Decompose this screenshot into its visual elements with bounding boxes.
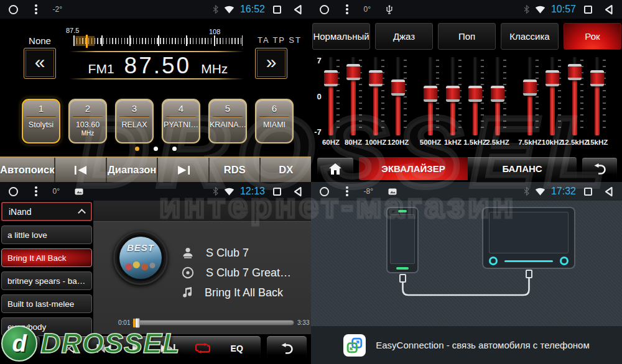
- rds-button[interactable]: RDS: [210, 158, 261, 182]
- seek-up-button[interactable]: »: [255, 48, 287, 79]
- eq-slider-100hz[interactable]: [367, 57, 386, 135]
- home-button[interactable]: [317, 157, 354, 180]
- eq-slider-1-5khz[interactable]: [466, 57, 485, 135]
- chevron-up-icon: [78, 209, 86, 217]
- eq-slider-80hz[interactable]: [345, 57, 363, 135]
- eq-slider-handle[interactable]: [346, 64, 360, 80]
- eq-slider-handle[interactable]: [568, 64, 582, 80]
- eq-slider-handle[interactable]: [446, 86, 460, 102]
- seek-handle[interactable]: [135, 318, 140, 328]
- eq-slider-7-5khz[interactable]: [521, 57, 540, 135]
- playlist-item[interactable]: Built to last-melee: [1, 294, 92, 313]
- dx-button[interactable]: DX: [261, 158, 311, 182]
- eq-slider-10khz[interactable]: [544, 57, 562, 135]
- playlist-item-selected[interactable]: Bring It All Back: [1, 248, 92, 267]
- eq-slider-handle[interactable]: [324, 70, 338, 86]
- nav-back-icon[interactable]: [604, 4, 613, 15]
- skip-previous-button[interactable]: [55, 158, 107, 182]
- eq-slider-handle[interactable]: [468, 86, 482, 102]
- playlist-item[interactable]: a little love: [1, 225, 92, 244]
- preset-button-5[interactable]: 5 KRAINA…: [208, 99, 247, 143]
- clock: 12:13: [240, 186, 265, 197]
- eq-slider-500hz[interactable]: [422, 57, 440, 135]
- nav-back-icon[interactable]: [293, 186, 302, 197]
- easyconnection-app-icon[interactable]: [343, 334, 366, 357]
- playlist-item[interactable]: britney spears - ba…: [1, 271, 92, 290]
- frequency-unit: MHz: [201, 61, 228, 76]
- eq-slider-1khz[interactable]: [444, 57, 463, 135]
- artist-icon: [182, 247, 194, 259]
- eq-slider-12-5khz[interactable]: [566, 57, 585, 135]
- playlist-item[interactable]: everybody: [1, 317, 92, 336]
- seek-down-button[interactable]: «: [24, 48, 56, 79]
- autosearch-button[interactable]: Автопоиск: [0, 158, 55, 182]
- eq-slider-60hz[interactable]: [322, 57, 341, 135]
- eq-slider-handle[interactable]: [391, 80, 405, 96]
- eq-slider-handle[interactable]: [369, 70, 383, 86]
- nav-home-icon[interactable]: [320, 5, 329, 14]
- skip-next-button[interactable]: [158, 158, 210, 182]
- menu-dots-icon[interactable]: [346, 4, 348, 14]
- tuning-scale[interactable]: [73, 35, 243, 48]
- source-selector-row: [93, 201, 311, 222]
- seek-bar[interactable]: [132, 320, 294, 325]
- nav-recents-icon[interactable]: [273, 6, 281, 14]
- preset-button-1[interactable]: 1 Stolytsi: [22, 99, 60, 143]
- eq-slider-15khz[interactable]: [588, 57, 607, 135]
- next-track-button[interactable]: [160, 344, 175, 353]
- eq-slider-handle[interactable]: [590, 70, 604, 86]
- preset-button-4[interactable]: 4 PYATNI…: [162, 99, 200, 143]
- eq-slider-120hz[interactable]: [389, 57, 408, 135]
- preset-button-3[interactable]: 3 RELAX: [115, 99, 154, 143]
- play-button[interactable]: [132, 344, 141, 353]
- menu-dots-icon[interactable]: [346, 186, 348, 196]
- eq-preset-jazz[interactable]: Джаз: [375, 23, 433, 50]
- band-label: FM1: [88, 61, 114, 76]
- gold-divider: [70, 78, 244, 80]
- nav-recents-icon[interactable]: [273, 188, 281, 196]
- eq-preset-normal[interactable]: Нормальный: [312, 23, 370, 50]
- eq-slider-2-5khz[interactable]: [489, 57, 508, 135]
- back-button[interactable]: [266, 335, 307, 361]
- menu-dots-icon[interactable]: [35, 4, 37, 14]
- eq-slider-handle[interactable]: [424, 86, 437, 102]
- page-dot[interactable]: [172, 147, 177, 151]
- playlist-view-button[interactable]: [5, 335, 40, 361]
- preset-button-6[interactable]: 6 MIAMI: [255, 99, 294, 143]
- eq-preset-classic[interactable]: Классика: [501, 23, 559, 50]
- phone-home-bar: [396, 267, 409, 270]
- previous-track-button[interactable]: [96, 344, 111, 353]
- back-button[interactable]: [582, 157, 618, 180]
- eq-slider-handle[interactable]: [491, 86, 504, 102]
- status-bar: -8° 17:32: [311, 182, 622, 201]
- list-icon: [17, 344, 29, 353]
- band-button[interactable]: Диапазон: [107, 158, 159, 182]
- status-bar: 0° 10:57: [311, 0, 622, 19]
- eq-slider-handle[interactable]: [523, 80, 537, 96]
- page-dot[interactable]: [135, 147, 139, 151]
- playlist-folder-dropdown[interactable]: iNand: [1, 202, 92, 221]
- bluetooth-icon: [524, 5, 529, 14]
- nav-recents-icon[interactable]: [584, 188, 592, 196]
- repeat-button[interactable]: [195, 343, 210, 353]
- tab-equalizer[interactable]: ЭКВАЛАЙЗЕР: [359, 157, 468, 180]
- menu-dots-icon[interactable]: [35, 186, 37, 196]
- preset-button-2[interactable]: 2 103.60 MHz: [68, 99, 107, 143]
- frequency-value: 87.50: [124, 53, 192, 79]
- preset-name-label: None: [19, 35, 61, 46]
- home-icon: [329, 163, 341, 175]
- eq-preset-rock[interactable]: Рок: [564, 23, 621, 50]
- page-dot[interactable]: [154, 147, 158, 151]
- nav-recents-icon[interactable]: [584, 6, 592, 14]
- nav-back-icon[interactable]: [604, 186, 613, 197]
- tab-balance[interactable]: БАЛАНС: [468, 157, 577, 180]
- nav-home-icon[interactable]: [320, 187, 329, 196]
- shuffle-button[interactable]: [63, 344, 77, 353]
- eq-preset-pop[interactable]: Поп: [438, 23, 496, 50]
- clock: 10:57: [551, 4, 576, 15]
- nav-back-icon[interactable]: [293, 4, 302, 15]
- eq-slider-handle[interactable]: [545, 70, 559, 86]
- nav-home-icon[interactable]: [9, 5, 18, 14]
- nav-home-icon[interactable]: [9, 187, 18, 196]
- eq-settings-button[interactable]: EQ: [231, 344, 243, 353]
